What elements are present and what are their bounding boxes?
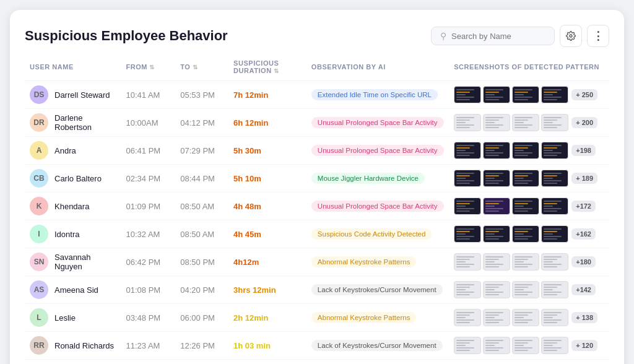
- screenshots-cell: + 138: [449, 304, 609, 332]
- screenshot-thumb[interactable]: [483, 225, 510, 243]
- screenshot-thumb[interactable]: [512, 86, 539, 103]
- screenshot-thumb[interactable]: [454, 225, 481, 243]
- page-header: Suspicious Employee Behavior ⚲ ⋮: [25, 25, 609, 47]
- screenshot-thumb[interactable]: [512, 309, 539, 326]
- avatar: DR: [30, 113, 48, 132]
- screenshot-thumb[interactable]: [454, 253, 481, 271]
- screenshot-thumb[interactable]: [541, 86, 568, 103]
- settings-button[interactable]: [560, 25, 582, 47]
- screenshot-count: + 138: [571, 312, 597, 323]
- user-cell: JW Jenny Wilson: [25, 360, 121, 365]
- screenshot-thumb[interactable]: [483, 337, 510, 354]
- screenshot-thumb[interactable]: [483, 197, 510, 215]
- screenshot-count: + 120: [571, 340, 597, 351]
- from-time: 03:48 PM: [121, 304, 176, 332]
- search-icon: ⚲: [440, 31, 446, 41]
- screenshot-thumb[interactable]: [541, 281, 568, 298]
- screenshot-thumb[interactable]: [541, 309, 568, 326]
- user-name: Andra: [54, 146, 76, 155]
- screenshot-thumb[interactable]: [454, 86, 481, 103]
- from-time: 06:42 PM: [121, 248, 176, 276]
- col-header-duration[interactable]: SUSPICIOUS DURATION: [228, 59, 306, 81]
- col-header-to[interactable]: TO: [175, 59, 228, 81]
- table-row: RR Ronald Richards 11:23 AM12:26 PM1h 03…: [25, 332, 609, 360]
- screenshot-thumb[interactable]: [541, 142, 568, 159]
- screenshot-thumb[interactable]: [512, 114, 539, 131]
- avatar: L: [30, 308, 48, 327]
- from-time: 05:51 PM: [121, 360, 176, 365]
- screenshot-thumb[interactable]: [512, 253, 539, 271]
- user-cell: K Khendara: [25, 193, 121, 220]
- screenshot-thumb[interactable]: [454, 197, 481, 215]
- screenshot-thumb[interactable]: [483, 114, 510, 131]
- screenshot-thumb[interactable]: [483, 281, 510, 298]
- avatar: CB: [30, 169, 48, 188]
- suspicious-duration: 7h 12min: [228, 81, 306, 109]
- user-name: Leslie: [54, 313, 76, 323]
- observation-badge: Extended Idle Time on Specific URL: [306, 81, 449, 109]
- table-row: AS Ameena Sid 01:08 PM04:20 PM3hrs 12min…: [25, 276, 609, 304]
- screenshot-thumb[interactable]: [541, 225, 568, 243]
- suspicious-duration: 48 min: [228, 360, 306, 365]
- screenshot-thumb[interactable]: [483, 170, 510, 187]
- avatar: I: [30, 225, 48, 243]
- table-row: JW Jenny Wilson 05:51 PM08:50 AM48 minRo…: [25, 360, 609, 365]
- table-row: K Khendara 01:09 PM08:50 AM4h 48mUnusual…: [25, 193, 609, 220]
- to-time: 06:00 PM: [175, 304, 228, 332]
- user-name: Savannah Nguyen: [54, 253, 116, 271]
- screenshot-thumb[interactable]: [483, 86, 510, 103]
- avatar: RR: [30, 336, 48, 355]
- to-time: 04:12 PM: [175, 109, 228, 137]
- observation-badge: Unusual Prolonged Space Bar Activity: [306, 109, 449, 137]
- screenshot-thumb[interactable]: [541, 114, 568, 131]
- screenshot-thumb[interactable]: [512, 225, 539, 243]
- observation-badge: Lack of Keystrokes/Cursor Movement: [306, 276, 449, 304]
- screenshot-thumb[interactable]: [483, 253, 510, 271]
- screenshot-thumb[interactable]: [512, 142, 539, 159]
- user-cell: DR Darlene Robertson: [25, 109, 121, 137]
- screenshot-thumb[interactable]: [454, 114, 481, 131]
- from-time: 10:41 AM: [121, 81, 176, 109]
- screenshot-thumb[interactable]: [541, 337, 568, 354]
- screenshot-thumb[interactable]: [454, 170, 481, 187]
- observation-badge: Unusual Prolonged Space Bar Activity: [306, 137, 449, 165]
- screenshot-thumb[interactable]: [512, 281, 539, 298]
- col-header-username: USER NAME: [25, 59, 121, 81]
- page-title: Suspicious Employee Behavior: [25, 28, 228, 44]
- screenshot-thumb[interactable]: [512, 197, 539, 215]
- user-cell: RR Ronald Richards: [25, 332, 121, 360]
- screenshot-count: +180: [571, 256, 596, 267]
- col-header-observation: OBSERVATION BY AI: [306, 59, 449, 81]
- main-card: Suspicious Employee Behavior ⚲ ⋮ USER NA…: [10, 10, 624, 364]
- from-time: 01:09 PM: [121, 193, 176, 220]
- user-cell: A Andra: [25, 137, 121, 165]
- more-options-button[interactable]: ⋮: [587, 25, 609, 47]
- screenshot-thumb[interactable]: [454, 142, 481, 159]
- screenshot-thumb[interactable]: [454, 281, 481, 298]
- screenshot-thumb[interactable]: [541, 170, 568, 187]
- to-time: 05:53 PM: [175, 81, 228, 109]
- screenshot-thumb[interactable]: [541, 197, 568, 215]
- user-name: Carlo Baltero: [54, 174, 102, 183]
- screenshots-cell: + 200: [449, 109, 609, 137]
- search-input[interactable]: [451, 32, 545, 41]
- user-name: Darlene Robertson: [54, 113, 116, 132]
- screenshot-count: +198: [571, 145, 596, 156]
- search-bar[interactable]: ⚲: [431, 27, 555, 45]
- screenshots-cell: +72: [449, 360, 609, 365]
- user-cell: CB Carlo Baltero: [25, 165, 121, 193]
- observation-badge: Suspicious Code Activity Detected: [306, 220, 449, 248]
- screenshot-thumb[interactable]: [483, 309, 510, 326]
- screenshot-thumb[interactable]: [454, 337, 481, 354]
- screenshot-thumb[interactable]: [483, 142, 510, 159]
- screenshot-thumb[interactable]: [541, 253, 568, 271]
- screenshot-thumb[interactable]: [454, 309, 481, 326]
- avatar: DS: [30, 85, 48, 104]
- screenshot-count: +162: [571, 228, 596, 240]
- screenshot-thumb[interactable]: [512, 337, 539, 354]
- observation-badge: Abnormal Keystroke Patterns: [306, 304, 449, 332]
- col-header-from[interactable]: FROM: [121, 59, 176, 81]
- screenshot-thumb[interactable]: [512, 170, 539, 187]
- suspicious-duration: 5h 10m: [228, 165, 306, 193]
- to-time: 08:50 AM: [175, 220, 228, 248]
